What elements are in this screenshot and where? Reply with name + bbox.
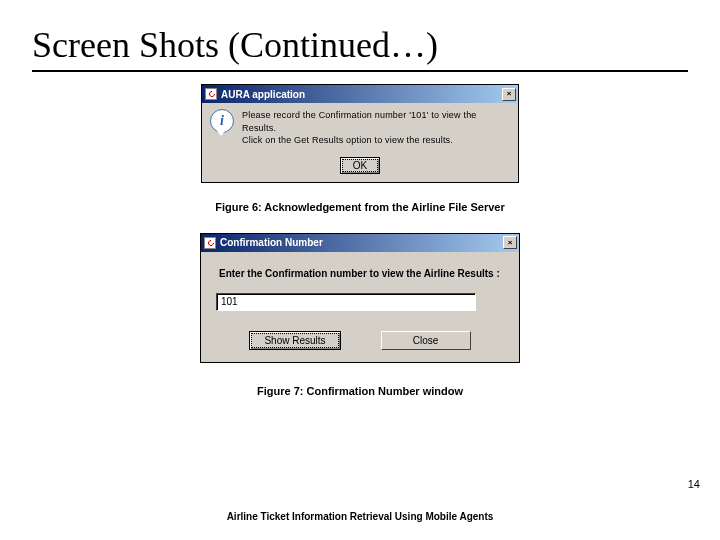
ok-button[interactable]: OK bbox=[340, 157, 380, 174]
page-number: 14 bbox=[688, 478, 700, 490]
confirmation-titlebar: Confirmation Number × bbox=[201, 234, 519, 252]
confirmation-button-row: Show Results Close bbox=[213, 331, 507, 350]
ack-dialog: AURA application × i Please record the C… bbox=[201, 84, 519, 183]
close-icon[interactable]: × bbox=[503, 236, 517, 249]
java-icon bbox=[204, 237, 216, 249]
show-results-button[interactable]: Show Results bbox=[249, 331, 340, 350]
confirmation-prompt: Enter the Confirmation number to view th… bbox=[219, 268, 507, 279]
confirmation-dialog: Confirmation Number × Enter the Confirma… bbox=[200, 233, 520, 363]
java-icon bbox=[205, 88, 217, 100]
ack-message-line2: Click on the Get Results option to view … bbox=[242, 134, 510, 147]
ack-dialog-title: AURA application bbox=[221, 89, 305, 100]
slide-footer: Airline Ticket Information Retrieval Usi… bbox=[0, 511, 720, 522]
ack-message-line1: Please record the Confirmation number '1… bbox=[242, 109, 510, 134]
ack-dialog-titlebar: AURA application × bbox=[202, 85, 518, 103]
figure7-caption: Figure 7: Confirmation Number window bbox=[257, 385, 463, 397]
ack-dialog-body: i Please record the Confirmation number … bbox=[202, 103, 518, 153]
info-icon: i bbox=[210, 109, 234, 133]
titlebar-left: AURA application bbox=[205, 88, 305, 100]
slide-container: Screen Shots (Continued…) AURA applicati… bbox=[0, 0, 720, 540]
titlebar-left: Confirmation Number bbox=[204, 237, 323, 249]
title-underline bbox=[32, 70, 688, 72]
figure6-caption: Figure 6: Acknowledgement from the Airli… bbox=[215, 201, 505, 213]
confirmation-input[interactable] bbox=[216, 293, 476, 311]
close-button[interactable]: Close bbox=[381, 331, 471, 350]
confirmation-title: Confirmation Number bbox=[220, 237, 323, 248]
close-icon[interactable]: × bbox=[502, 88, 516, 101]
ack-button-row: OK bbox=[202, 153, 518, 182]
confirmation-body: Enter the Confirmation number to view th… bbox=[201, 252, 519, 362]
figures-area: AURA application × i Please record the C… bbox=[32, 84, 688, 397]
ack-message: Please record the Confirmation number '1… bbox=[242, 109, 510, 147]
slide-title: Screen Shots (Continued…) bbox=[32, 24, 688, 66]
